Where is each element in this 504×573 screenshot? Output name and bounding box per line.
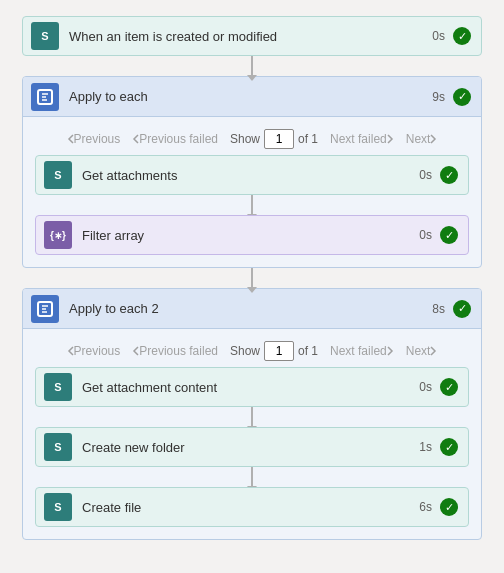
trigger-duration: 0s — [432, 29, 445, 43]
get-attachment-content-label: Get attachment content — [82, 380, 419, 395]
get-attachments-icon: S — [44, 161, 72, 189]
next-btn-1[interactable]: Next — [406, 132, 438, 146]
next-chevron-1 — [430, 134, 437, 144]
next-btn-2[interactable]: Next — [406, 344, 438, 358]
pagination-bar-1: Previous Previous failed Show of 1 Next … — [35, 125, 469, 155]
loop-icon-1 — [31, 83, 59, 111]
trigger-row: S When an item is created or modified 0s — [22, 16, 482, 76]
loop-label-1: Apply to each — [69, 89, 432, 104]
filter-array-label: Filter array — [82, 228, 419, 243]
get-attachment-content-icon: S — [44, 373, 72, 401]
filter-array-icon: {∗} — [44, 221, 72, 249]
loop-container-1: Apply to each 9s Previous Previous faile… — [22, 76, 482, 268]
get-attachment-content-block[interactable]: S Get attachment content 0s — [35, 367, 469, 407]
create-folder-label: Create new folder — [82, 440, 419, 455]
get-attachment-content-duration: 0s — [419, 380, 432, 394]
loop-duration-2: 8s — [432, 302, 445, 316]
create-file-icon: S — [44, 493, 72, 521]
filter-array-block[interactable]: {∗} Filter array 0s — [35, 215, 469, 255]
prev-failed-btn-2[interactable]: Previous failed — [132, 344, 218, 358]
pagination-bar-2: Previous Previous failed Show of 1 Next … — [35, 337, 469, 367]
arrow-5 — [251, 467, 253, 487]
flow-container: S When an item is created or modified 0s… — [22, 16, 482, 540]
apply-each-2-row: Apply to each 2 8s Previous Previous fai… — [22, 288, 482, 540]
next-failed-chevron-1 — [387, 134, 394, 144]
apply-each-1-row: Apply to each 9s Previous Previous faile… — [22, 76, 482, 288]
prev-chevron-2 — [67, 346, 74, 356]
loop-header-1[interactable]: Apply to each 9s — [23, 77, 481, 117]
next-failed-chevron-2 — [387, 346, 394, 356]
pg-input-1[interactable] — [264, 129, 294, 149]
loop-header-2[interactable]: Apply to each 2 8s — [23, 289, 481, 329]
create-file-block[interactable]: S Create file 6s — [35, 487, 469, 527]
loop-svg-2 — [37, 301, 53, 317]
get-attachments-duration: 0s — [419, 168, 432, 182]
loop-body-1: Previous Previous failed Show of 1 Next … — [23, 117, 481, 267]
next-chevron-2 — [430, 346, 437, 356]
trigger-block[interactable]: S When an item is created or modified 0s — [22, 16, 482, 56]
arrow-2 — [251, 195, 253, 215]
prev-failed-chevron-2 — [132, 346, 139, 356]
next-failed-btn-1[interactable]: Next failed — [330, 132, 394, 146]
filter-array-check — [440, 226, 458, 244]
loop-duration-1: 9s — [432, 90, 445, 104]
pg-input-2[interactable] — [264, 341, 294, 361]
loop-icon-2 — [31, 295, 59, 323]
trigger-check — [453, 27, 471, 45]
prev-btn-2[interactable]: Previous — [67, 344, 121, 358]
arrow-1 — [251, 56, 253, 76]
arrow-4 — [251, 407, 253, 427]
create-file-duration: 6s — [419, 500, 432, 514]
loop-label-2: Apply to each 2 — [69, 301, 432, 316]
create-folder-icon: S — [44, 433, 72, 461]
create-folder-check — [440, 438, 458, 456]
arrow-3 — [251, 268, 253, 288]
prev-chevron-1 — [67, 134, 74, 144]
loop-container-2: Apply to each 2 8s Previous Previous fai… — [22, 288, 482, 540]
trigger-icon: S — [31, 22, 59, 50]
create-file-check — [440, 498, 458, 516]
prev-btn-1[interactable]: Previous — [67, 132, 121, 146]
loop-body-2: Previous Previous failed Show of 1 Next … — [23, 329, 481, 539]
get-attachments-block[interactable]: S Get attachments 0s — [35, 155, 469, 195]
trigger-label: When an item is created or modified — [69, 29, 432, 44]
loop-check-2 — [453, 300, 471, 318]
create-folder-duration: 1s — [419, 440, 432, 454]
create-file-label: Create file — [82, 500, 419, 515]
next-failed-btn-2[interactable]: Next failed — [330, 344, 394, 358]
get-attachments-label: Get attachments — [82, 168, 419, 183]
prev-failed-btn-1[interactable]: Previous failed — [132, 132, 218, 146]
get-attachment-content-check — [440, 378, 458, 396]
filter-array-duration: 0s — [419, 228, 432, 242]
prev-failed-chevron-1 — [132, 134, 139, 144]
loop-svg-1 — [37, 89, 53, 105]
create-folder-block[interactable]: S Create new folder 1s — [35, 427, 469, 467]
loop-check-1 — [453, 88, 471, 106]
get-attachments-check — [440, 166, 458, 184]
